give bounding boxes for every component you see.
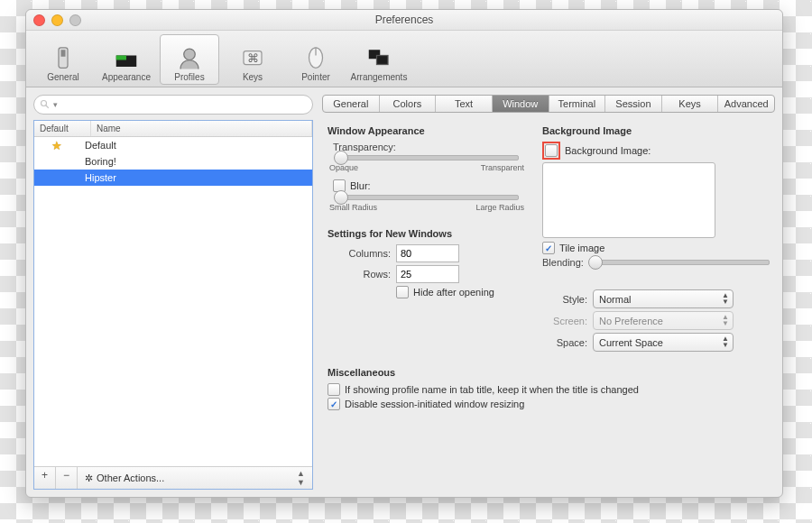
appearance-icon	[113, 44, 140, 71]
zoom-icon[interactable]	[69, 14, 81, 26]
close-icon[interactable]	[33, 14, 45, 26]
toolbar-pointer[interactable]: Pointer	[286, 34, 346, 85]
toolbar-profiles[interactable]: Profiles	[160, 34, 219, 85]
keep-title-checkbox[interactable]	[328, 383, 340, 396]
other-actions-menu[interactable]: ✲ Other Actions... ▲▼	[78, 467, 312, 489]
tab-keys[interactable]: Keys	[662, 96, 719, 112]
space-select[interactable]: Current Space▲▼	[593, 333, 734, 352]
minimize-icon[interactable]	[51, 14, 63, 26]
blur-label: Blur:	[350, 180, 371, 191]
toolbar-appearance[interactable]: Appearance	[97, 34, 156, 85]
hide-after-opening-checkbox[interactable]	[396, 286, 409, 298]
style-select[interactable]: Normal▲▼	[593, 289, 734, 308]
search-input[interactable]: ▾	[33, 95, 313, 115]
toolbar-arrangements[interactable]: Arrangements	[349, 34, 409, 85]
table-header: Default Name	[34, 121, 312, 137]
star-icon: ★	[51, 139, 62, 152]
toolbar: General Appearance Profiles ⌘ Keys Point…	[26, 31, 782, 87]
preferences-window: Preferences General Appearance Profiles …	[25, 9, 783, 498]
background-image-checkbox[interactable]	[545, 144, 558, 157]
gear-icon: ✲	[85, 473, 93, 484]
general-icon	[50, 44, 77, 71]
profiles-table: Default Name ★ Default Boring! Hipster	[33, 120, 313, 490]
tile-image-checkbox[interactable]	[542, 242, 555, 254]
table-row[interactable]: ★ Default	[34, 137, 312, 153]
window-title: Preferences	[375, 14, 434, 26]
svg-point-4	[184, 49, 196, 60]
add-button[interactable]: +	[34, 467, 56, 489]
tab-colors[interactable]: Colors	[380, 96, 437, 112]
blending-slider[interactable]	[589, 260, 770, 265]
transparency-slider[interactable]	[335, 155, 519, 161]
arrangements-icon	[365, 44, 392, 71]
toolbar-general[interactable]: General	[33, 34, 93, 85]
svg-rect-1	[61, 50, 66, 57]
new-windows-heading: Settings for New Windows	[328, 228, 526, 239]
tab-advanced[interactable]: Advanced	[718, 96, 774, 112]
disable-resize-checkbox[interactable]	[328, 398, 340, 410]
blur-slider[interactable]	[335, 195, 519, 200]
tab-terminal[interactable]: Terminal	[549, 96, 606, 112]
toolbar-keys[interactable]: ⌘ Keys	[223, 34, 282, 85]
background-image-well[interactable]	[542, 162, 715, 238]
keys-icon: ⌘	[239, 44, 266, 71]
pointer-icon	[302, 44, 329, 71]
svg-point-11	[42, 101, 47, 106]
svg-text:⌘: ⌘	[247, 52, 259, 65]
tab-session[interactable]: Session	[605, 96, 662, 112]
search-icon	[40, 99, 51, 110]
table-row[interactable]: Hipster	[34, 170, 312, 186]
columns-input[interactable]	[396, 244, 459, 262]
background-image-heading: Background Image	[542, 125, 770, 136]
titlebar: Preferences	[26, 10, 782, 31]
remove-button[interactable]: −	[56, 467, 78, 489]
chevron-down-icon: ▲▼	[297, 469, 305, 487]
svg-line-12	[46, 106, 49, 108]
window-appearance-heading: Window Appearance	[328, 125, 526, 136]
tab-text[interactable]: Text	[436, 96, 493, 112]
tab-general[interactable]: General	[323, 96, 380, 112]
screen-select: No Preference▲▼	[593, 311, 734, 330]
misc-heading: Miscellaneous	[328, 367, 770, 378]
table-row[interactable]: Boring!	[34, 153, 312, 170]
svg-rect-3	[116, 56, 126, 60]
rows-input[interactable]	[396, 265, 459, 283]
tab-window[interactable]: Window	[493, 96, 549, 112]
svg-rect-10	[377, 56, 389, 65]
profiles-icon	[176, 44, 203, 71]
tab-bar: General Colors Text Window Terminal Sess…	[322, 95, 775, 113]
